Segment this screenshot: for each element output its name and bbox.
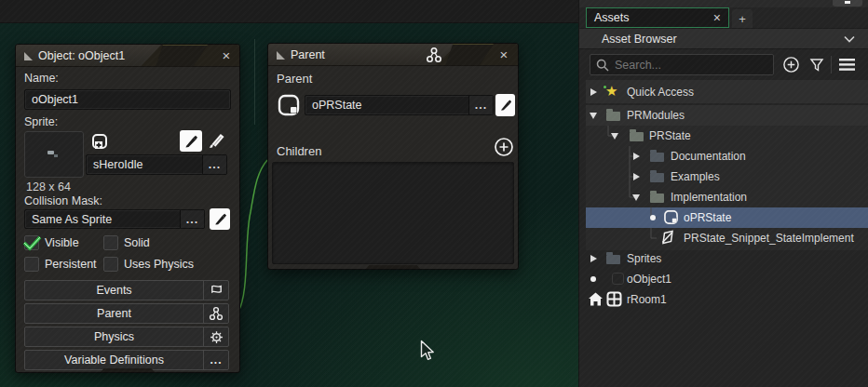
tree-item-label[interactable]: PRState_Snippet_StateImplement xyxy=(684,232,854,245)
mouse-cursor xyxy=(420,340,436,363)
persistent-checkbox[interactable] xyxy=(24,257,39,272)
folder-icon xyxy=(606,112,620,121)
parent-object-value: oPRState xyxy=(305,96,468,114)
tree-item-label[interactable]: Sprites xyxy=(627,252,661,265)
tree-row-prmodules[interactable]: PRModules xyxy=(586,105,868,126)
tree-row-rroom1[interactable]: rRoom1 xyxy=(586,289,868,310)
tree-item-label[interactable]: Quick Access xyxy=(627,86,694,99)
solid-label[interactable]: Solid xyxy=(124,236,150,249)
edit-parent-button[interactable] xyxy=(495,94,515,116)
folder-icon xyxy=(630,132,644,141)
add-child-button[interactable] xyxy=(494,137,514,157)
children-section-label: Children xyxy=(277,144,321,158)
folder-icon xyxy=(650,153,664,162)
events-button[interactable]: Events xyxy=(24,280,229,300)
visible-label[interactable]: Visible xyxy=(45,236,79,249)
resize-notch[interactable] xyxy=(366,265,420,269)
tree-item-label[interactable]: rRoom1 xyxy=(627,293,667,306)
parent-window-title: Parent xyxy=(291,44,325,66)
tree-row-prstate[interactable]: PRState xyxy=(586,126,868,146)
children-list[interactable] xyxy=(272,162,514,264)
parent-object-icon-button[interactable] xyxy=(276,92,302,118)
uses-physics-checkbox[interactable] xyxy=(103,257,118,272)
flag-icon xyxy=(203,281,228,300)
brush-dark-icon xyxy=(183,134,198,149)
parent-section-label: Parent xyxy=(277,72,312,86)
object-editor-window: Object: oObject1 × Name: oObject1 Sprite… xyxy=(15,44,240,373)
sprite-thumbnail xyxy=(47,151,54,154)
uses-physics-label[interactable]: Uses Physics xyxy=(124,258,194,271)
name-label: Name: xyxy=(24,72,59,85)
modified-bullet-icon xyxy=(650,215,656,220)
sprite-label: Sprite: xyxy=(24,115,58,128)
header-notch xyxy=(156,45,208,67)
tree-row-implementation[interactable]: Implementation xyxy=(586,187,868,207)
tree-row-quick-access[interactable]: ★ Quick Access xyxy=(586,82,868,102)
object-icon xyxy=(277,93,301,117)
sprite-preview[interactable] xyxy=(24,131,84,178)
close-icon[interactable]: × xyxy=(495,47,512,63)
gamemaker-workspace: { "ui": { "close": "×", "ellipsis": "...… xyxy=(0,0,868,387)
variable-definitions-label: Variable Definitions xyxy=(25,351,203,369)
parent-object-field[interactable]: oPRState ... xyxy=(305,95,494,115)
physics-button[interactable]: Physics xyxy=(24,327,229,347)
variable-definitions-button[interactable]: Variable Definitions ... xyxy=(24,350,229,370)
tree-item-label[interactable]: Implementation xyxy=(671,191,747,204)
collapse-arrow-icon[interactable] xyxy=(611,133,618,140)
new-sprite-icon xyxy=(91,133,108,150)
tree-row-sprites[interactable]: Sprites xyxy=(586,248,868,269)
tree-row-snippet[interactable]: PRState_Snippet_StateImplement xyxy=(586,228,868,248)
expand-arrow-icon[interactable] xyxy=(633,153,640,160)
tree-item-label[interactable]: oObject1 xyxy=(627,273,671,286)
solid-checkbox[interactable] xyxy=(103,235,118,250)
parent-window: Parent × Parent oPRState ... Children xyxy=(267,43,519,270)
tree-item-label[interactable]: PRModules xyxy=(627,109,685,122)
expand-arrow-icon[interactable] xyxy=(590,255,597,262)
tree-row-examples[interactable]: Examples xyxy=(586,167,868,187)
home-icon xyxy=(588,291,604,307)
paint-brush-button[interactable] xyxy=(204,130,228,152)
snippet-icon xyxy=(660,230,676,246)
tree-row-oobject1[interactable]: oObject1 xyxy=(586,269,868,289)
new-sprite-button[interactable] xyxy=(88,130,111,152)
tree-row-documentation[interactable]: Documentation xyxy=(586,146,868,167)
collision-more-button[interactable]: ... xyxy=(180,210,204,228)
object-editor-header[interactable]: Object: oObject1 × xyxy=(16,45,239,67)
collapse-arrow-icon[interactable] xyxy=(590,113,597,119)
parent-window-header[interactable]: Parent × xyxy=(268,44,518,66)
expand-arrow-icon[interactable] xyxy=(590,88,597,96)
collision-mask-field[interactable]: Same As Sprite ... xyxy=(24,209,205,229)
sprite-thumbnail-px xyxy=(54,154,58,157)
pencil-icon xyxy=(499,99,512,112)
object-editor-title: Object: oObject1 xyxy=(38,45,125,67)
asset-browser-panel: Assets × + Asset Browser xyxy=(578,0,868,387)
header-notch xyxy=(445,44,494,66)
tree-item-label[interactable]: oPRState xyxy=(684,211,731,224)
tree-item-label[interactable]: PRState xyxy=(649,129,691,142)
edit-mask-button[interactable] xyxy=(210,208,230,230)
gear-icon xyxy=(203,327,228,346)
check-icon xyxy=(22,234,43,251)
sprite-name-field[interactable]: sHeroIdle ... xyxy=(86,154,227,175)
name-field[interactable]: oObject1 xyxy=(24,89,231,110)
folder-icon xyxy=(650,173,664,182)
collapse-arrow-icon[interactable] xyxy=(632,194,640,201)
sprite-more-button[interactable]: ... xyxy=(202,155,226,174)
physics-button-label: Physics xyxy=(25,327,203,346)
visible-checkbox[interactable] xyxy=(24,235,39,250)
edit-image-button[interactable] xyxy=(180,130,202,152)
parent-more-button[interactable]: ... xyxy=(468,96,493,114)
parent-button[interactable]: Parent xyxy=(24,303,229,324)
tree-item-label[interactable]: Examples xyxy=(671,170,720,183)
persistent-label[interactable]: Persistent xyxy=(45,258,97,271)
tree-row-oprstate[interactable]: oPRState xyxy=(586,207,868,228)
modified-bullet-icon xyxy=(590,276,596,282)
brush-dark-icon xyxy=(213,212,227,226)
close-icon[interactable]: × xyxy=(218,47,235,64)
object-ghost-icon xyxy=(612,273,624,285)
expand-arrow-icon[interactable] xyxy=(633,173,640,180)
star-sparkle xyxy=(604,86,606,88)
room-icon xyxy=(606,291,622,307)
tree-item-label[interactable]: Documentation xyxy=(671,150,746,163)
resize-notch[interactable] xyxy=(101,368,155,372)
